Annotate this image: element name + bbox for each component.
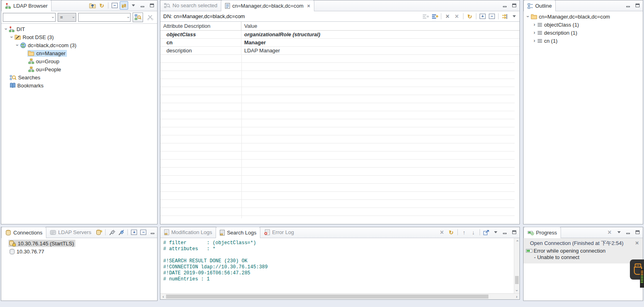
- newer-log-button[interactable]: ↓: [469, 228, 478, 236]
- scrollbar-thumb[interactable]: [515, 276, 519, 284]
- tree-item-bookmarks[interactable]: Bookmarks: [1, 81, 157, 89]
- maximize-button[interactable]: [633, 228, 642, 236]
- outline-item-objectclass[interactable]: › objectClass (1): [524, 21, 643, 29]
- tree-item-dit[interactable]: › DIT: [1, 25, 157, 33]
- horizontal-scrollbar[interactable]: ‹ ›: [160, 293, 519, 299]
- expander-collapsed-icon[interactable]: ›: [532, 38, 537, 44]
- attribute-cell[interactable]: objectClass: [160, 31, 241, 38]
- refresh-button[interactable]: ↻: [447, 228, 455, 236]
- export-button[interactable]: [482, 228, 490, 236]
- minimize-button[interactable]: [624, 1, 632, 10]
- outline-item-description[interactable]: › description (1): [524, 29, 643, 37]
- connection-item[interactable]: 10.30.76.77: [1, 247, 157, 255]
- tab-ldap-browser[interactable]: LDAP Browser: [1, 0, 52, 11]
- quick-search-operator-combo[interactable]: = ›: [58, 13, 76, 22]
- clear-log-button[interactable]: ×: [438, 228, 446, 236]
- tree-item-ou-people[interactable]: ou=People: [1, 65, 157, 73]
- clear-finished-button[interactable]: ×: [605, 228, 614, 236]
- minimize-button[interactable]: [501, 1, 509, 10]
- run-quick-search-button[interactable]: [133, 12, 143, 22]
- scroll-right-icon[interactable]: ›: [514, 294, 519, 299]
- tab-progress[interactable]: Progress: [524, 227, 561, 238]
- delete-icon: ×: [446, 13, 449, 20]
- vertical-scrollbar[interactable]: › ›: [514, 238, 519, 293]
- tab-modification-logs[interactable]: Modification Logs: [160, 227, 216, 238]
- scroll-up-icon[interactable]: ›: [514, 238, 520, 244]
- tree-item-root-dse[interactable]: › Root DSE (3): [1, 33, 157, 41]
- delete-all-button[interactable]: ×: [453, 12, 461, 21]
- expander-collapsed-icon[interactable]: ›: [532, 22, 537, 27]
- tab-connections[interactable]: Connections: [1, 227, 46, 238]
- expander-collapsed-icon[interactable]: ›: [532, 30, 537, 35]
- expander-expanded-icon[interactable]: ›: [3, 26, 9, 32]
- maximize-button[interactable]: [633, 1, 642, 10]
- older-log-button[interactable]: ↑: [460, 228, 468, 236]
- tree-item-searches[interactable]: Searches: [1, 73, 157, 81]
- tab-entry-cn-manager[interactable]: cn=Manager,dc=black,dc=com ×: [221, 0, 314, 11]
- log-viewer: # filter : (objectClass=*) # attributes …: [160, 238, 519, 299]
- expander-expanded-icon[interactable]: ›: [9, 34, 15, 40]
- go-to-parent-button[interactable]: [88, 1, 97, 10]
- connection-item-selected[interactable]: 10.30.76.145 (StartTLS): [1, 239, 157, 247]
- outline-item-cn[interactable]: › cn (1): [524, 37, 643, 45]
- tab-outline[interactable]: Outline: [524, 0, 556, 11]
- table-row[interactable]: objectClass organizationalRole (structur…: [160, 31, 519, 39]
- close-tab-icon[interactable]: ×: [307, 3, 310, 9]
- quick-search-attribute-combo[interactable]: ›: [3, 13, 56, 22]
- maximize-button[interactable]: [510, 228, 518, 236]
- value-cell[interactable]: Manager: [241, 39, 519, 46]
- new-connection-button[interactable]: [95, 228, 103, 236]
- remove-job-icon[interactable]: ×: [634, 240, 640, 246]
- tab-error-log[interactable]: Error Log: [260, 227, 297, 238]
- tree-item-ou-group[interactable]: ou=Group: [1, 57, 157, 65]
- view-menu-button[interactable]: [615, 228, 623, 236]
- scrollbar-thumb[interactable]: [166, 295, 488, 299]
- collapse-all-button[interactable]: −: [110, 1, 119, 10]
- view-menu-button[interactable]: [491, 228, 500, 236]
- expand-all-button[interactable]: +: [130, 228, 138, 236]
- refresh-button[interactable]: ↻: [465, 12, 474, 21]
- minimize-button[interactable]: [624, 228, 632, 236]
- scroll-down-icon[interactable]: ›: [514, 288, 520, 293]
- outline-root[interactable]: › cn=Manager,dc=black,dc=com: [524, 12, 643, 21]
- tree-item-dc-black[interactable]: › dc=black,dc=com (3): [1, 41, 157, 49]
- tree-item-cn-manager[interactable]: cn=Manager: [1, 49, 157, 57]
- expander-expanded-icon[interactable]: ›: [525, 14, 531, 19]
- new-attribute-button[interactable]: [421, 12, 430, 21]
- ldap-browser-panel: LDAP Browser ↻ − ⇄ › = › ›: [1, 0, 158, 224]
- quick-search-value-combo[interactable]: ›: [78, 13, 131, 22]
- table-row[interactable]: description LDAP Manager: [160, 47, 519, 55]
- minimize-button[interactable]: [148, 228, 157, 236]
- tab-ldap-servers[interactable]: LDAP Servers: [46, 227, 95, 238]
- expand-all-button[interactable]: +: [478, 12, 487, 21]
- attribute-cell[interactable]: description: [160, 47, 241, 54]
- minimize-button[interactable]: [501, 228, 509, 236]
- value-cell[interactable]: LDAP Manager: [241, 47, 519, 54]
- fetch-operational-attributes-button[interactable]: [501, 12, 509, 21]
- collapse-all-button[interactable]: −: [139, 228, 147, 236]
- link-with-editor-toggle[interactable]: ⇄: [120, 1, 128, 10]
- scroll-left-icon[interactable]: ‹: [160, 294, 166, 299]
- value-cell[interactable]: organizationalRole (structural): [241, 31, 519, 38]
- maximize-button[interactable]: [147, 1, 156, 10]
- minimize-button[interactable]: [138, 1, 147, 10]
- column-header-attribute[interactable]: Attribute Description: [160, 22, 241, 30]
- column-header-value[interactable]: Value: [241, 22, 519, 30]
- attribute-cell[interactable]: cn: [160, 39, 241, 46]
- collapse-all-button[interactable]: −: [488, 12, 496, 21]
- expander-expanded-icon[interactable]: ›: [15, 42, 20, 48]
- refresh-button[interactable]: ↻: [98, 1, 106, 10]
- new-value-button[interactable]: [430, 12, 439, 21]
- tab-no-search-selected[interactable]: No search selected: [160, 0, 221, 11]
- error-log-icon: [264, 229, 270, 235]
- delete-button[interactable]: ×: [443, 12, 452, 21]
- table-row[interactable]: cn Manager: [160, 39, 519, 47]
- quick-search-filter-button-disabled[interactable]: [145, 12, 156, 22]
- view-menu-button[interactable]: [510, 12, 518, 21]
- view-menu-button[interactable]: [129, 1, 137, 10]
- maximize-button[interactable]: [510, 1, 518, 10]
- log-text[interactable]: # filter : (objectClass=*) # attributes …: [160, 238, 519, 284]
- open-connection-button[interactable]: [108, 228, 116, 236]
- tab-search-logs[interactable]: Search Logs: [216, 227, 260, 238]
- close-connection-button[interactable]: [117, 228, 125, 236]
